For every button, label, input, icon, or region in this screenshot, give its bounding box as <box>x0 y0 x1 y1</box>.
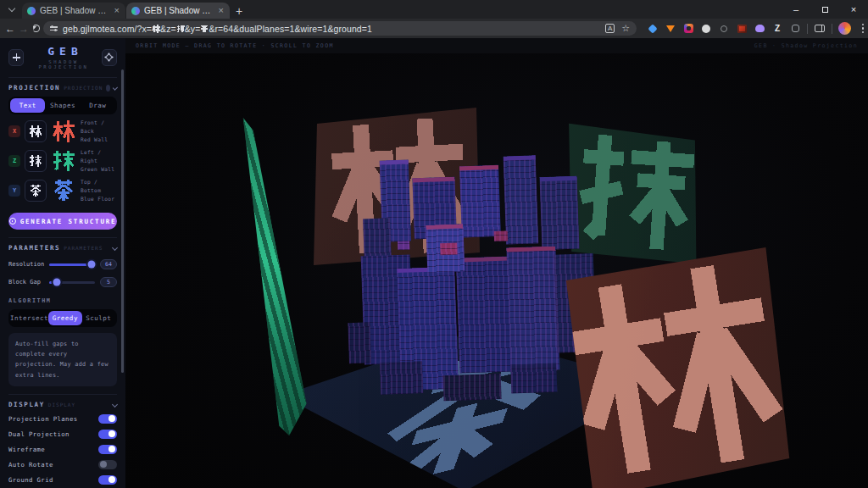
restore-icon <box>822 7 828 13</box>
viewport-status-bar: ORBIT MODE — DRAG TO ROTATE · SCROLL TO … <box>125 38 868 53</box>
extension-wallet-icon[interactable] <box>736 23 748 35</box>
browser-tab-bar: GEB | Shadow Projection × GEB | Shadow P… <box>0 0 868 19</box>
section-label: PROJECTION <box>8 84 60 92</box>
side-panel-icon[interactable] <box>814 23 826 35</box>
browser-menu-button[interactable] <box>857 23 868 35</box>
chevron-down-icon <box>112 245 118 251</box>
tab-text[interactable]: Text <box>10 98 45 113</box>
plus-icon <box>13 53 20 61</box>
brand: GEB SHADOW PROJECTION <box>24 45 102 69</box>
site-favicon <box>131 7 140 15</box>
tab-shapes[interactable]: Shapes <box>45 98 80 113</box>
toolbar-divider <box>832 24 832 34</box>
close-button[interactable]: × <box>839 0 868 19</box>
resolution-slider[interactable] <box>49 263 95 266</box>
reload-button[interactable] <box>32 21 40 36</box>
tab-search-button[interactable] <box>3 2 20 17</box>
extensions-row: Z <box>647 22 868 35</box>
voxel-block <box>398 241 409 250</box>
viewport-3d[interactable]: ORBIT MODE — DRAG TO ROTATE · SCROLL TO … <box>125 38 868 488</box>
reload-icon <box>32 25 40 32</box>
axis-z-badge: Z <box>8 155 20 167</box>
sun-icon <box>106 54 112 60</box>
voxel-block <box>539 176 579 250</box>
resolution-slider-row: Resolution 64 <box>8 259 117 269</box>
toggle-projection-planes: Projection Planes <box>8 414 117 424</box>
tab-sculpt[interactable]: Sculpt <box>82 311 115 325</box>
tab-greedy[interactable]: Greedy <box>48 311 81 325</box>
theme-button[interactable] <box>102 49 117 66</box>
axis-y-input[interactable] <box>25 180 47 202</box>
site-favicon <box>27 7 36 15</box>
profile-avatar[interactable] <box>838 22 851 35</box>
chevron-down-icon <box>8 4 15 11</box>
axis-y-preview <box>51 178 76 203</box>
tab-intersect[interactable]: Intersect <box>10 311 48 325</box>
site-settings-icon[interactable] <box>50 26 58 30</box>
voxel-block <box>459 165 501 238</box>
extension-fox-icon[interactable] <box>665 23 676 35</box>
block-gap-value: 5 <box>100 277 117 287</box>
tab-title: GEB | Shadow Projection <box>144 6 214 15</box>
block-gap-slider[interactable] <box>49 281 95 284</box>
tab-close-icon[interactable]: × <box>218 6 225 15</box>
axis-row-x: X Front / BackRed Wall <box>8 119 117 144</box>
sidebar-header: GEB SHADOW PROJECTION <box>8 45 117 69</box>
voxel-block <box>380 361 423 395</box>
extension-squircle-icon[interactable] <box>789 23 801 35</box>
chevron-down-icon <box>112 402 118 408</box>
axis-x-input[interactable] <box>25 120 47 142</box>
kebab-icon <box>862 24 865 34</box>
toggle-switch[interactable] <box>98 475 117 485</box>
slider-thumb[interactable] <box>87 261 95 269</box>
algorithm-description: Auto-fill gaps to complete every project… <box>8 333 117 386</box>
tab-close-icon[interactable]: × <box>114 6 120 15</box>
projection-section-header[interactable]: PROJECTION PROJECTION <box>8 77 117 92</box>
generate-label: GENERATE STRUCTURE <box>20 218 117 225</box>
translate-icon[interactable]: A <box>605 24 615 33</box>
toggle-dual-projection: Dual Projection <box>8 430 117 439</box>
app-subtitle: SHADOW PROJECTION <box>25 59 102 69</box>
voxel-block <box>510 363 557 394</box>
minimize-button[interactable]: – <box>782 0 810 19</box>
axis-row-z: Z Left / RightGreen Wall <box>8 148 117 174</box>
display-section-header[interactable]: DISPLAY DISPLAY <box>8 394 117 408</box>
extension-gem-icon[interactable] <box>647 23 659 35</box>
bookmark-star-icon[interactable]: ☆ <box>621 24 630 33</box>
url-text[interactable]: geb.gjlmotea.com/?x=&z=&y=&r=64&dualPlan… <box>63 24 600 34</box>
back-button[interactable]: ← <box>5 21 15 36</box>
axis-z-input[interactable] <box>25 150 47 172</box>
toggle-switch[interactable] <box>98 414 117 424</box>
info-badge <box>106 85 110 92</box>
forward-button[interactable]: → <box>19 21 29 36</box>
slider-thumb[interactable] <box>53 279 60 286</box>
extension-z-icon[interactable]: Z <box>771 23 783 35</box>
voxel-block <box>456 257 513 374</box>
toggle-wireframe: Wireframe <box>8 445 117 454</box>
extension-camera-icon[interactable] <box>682 23 694 35</box>
toggle-switch[interactable] <box>98 445 117 454</box>
block-gap-label: Block Gap <box>8 278 44 287</box>
toolbar-divider <box>807 24 808 34</box>
toggle-ground-grid: Ground Grid <box>8 475 117 485</box>
address-bar[interactable]: geb.gjlmotea.com/?x=&z=&y=&r=64&dualPlan… <box>43 21 637 36</box>
browser-tab-2[interactable]: GEB | Shadow Projection × <box>126 3 230 19</box>
generate-structure-button[interactable]: GENERATE STRUCTURE <box>8 213 117 230</box>
layout-button[interactable] <box>8 49 24 66</box>
extension-ring-icon[interactable] <box>718 23 730 35</box>
parameters-section-header[interactable]: PARAMETERS PARAMETERS <box>8 237 117 252</box>
restore-button[interactable] <box>810 0 839 19</box>
algorithm-label: ALGORITHM <box>8 297 117 304</box>
voxel-block <box>494 231 508 242</box>
extension-blob-icon[interactable] <box>700 23 712 35</box>
block-gap-slider-row: Block Gap 5 <box>8 277 117 287</box>
tab-draw[interactable]: Draw <box>81 98 115 113</box>
extension-cloud-icon[interactable] <box>754 23 765 35</box>
new-tab-button[interactable]: + <box>231 3 248 19</box>
toggle-switch[interactable] <box>98 460 117 469</box>
watermark: GEB · Shadow Projection <box>754 42 858 49</box>
axis-row-y: Y Top / BottomBlue Floor <box>8 178 117 203</box>
browser-tab-1[interactable]: GEB | Shadow Projection × <box>22 3 125 19</box>
toggle-switch[interactable] <box>98 430 117 439</box>
sidebar-scrollbar[interactable] <box>121 69 124 373</box>
